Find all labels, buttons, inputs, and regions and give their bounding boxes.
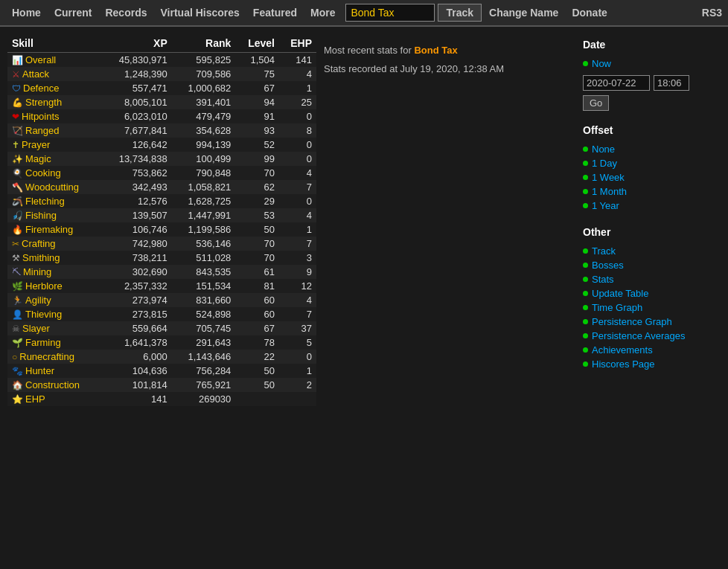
skill-name-cell[interactable]: 🐾Hunter [7, 364, 101, 378]
offset-dot [583, 189, 588, 194]
offset-link[interactable]: 1 Day [592, 158, 617, 169]
other-item: Achievements [583, 343, 721, 357]
skill-label: Cooking [25, 167, 61, 179]
skill-name-cell[interactable]: ☠Slayer [7, 321, 101, 335]
offset-link[interactable]: 1 Week [592, 172, 625, 183]
table-row: 🌿Herblore 2,357,332 151,534 81 12 [7, 279, 316, 293]
skill-name-cell[interactable]: ⭐EHP [7, 392, 101, 406]
skill-xp: 342,493 [101, 180, 171, 194]
other-item: Track [583, 244, 721, 258]
main-layout: Skill XP Rank Level EHP 📊Overall 45,830,… [0, 27, 728, 414]
skill-label: Crafting [22, 238, 56, 249]
nav-current[interactable]: Current [48, 4, 98, 22]
skill-name-cell[interactable]: 🪃Fletching [7, 194, 101, 208]
offset-item: 1 Day [583, 156, 721, 170]
skill-level: 70 [235, 166, 279, 180]
skill-level: 29 [235, 194, 279, 208]
skill-name-cell[interactable]: ❤Hitpoints [7, 109, 101, 123]
skill-name-cell[interactable]: ✝Prayer [7, 138, 101, 152]
skill-name-cell[interactable]: 🔥Firemaking [7, 222, 101, 237]
skill-name-cell[interactable]: 🏹Ranged [7, 123, 101, 138]
other-link[interactable]: Bosses [592, 260, 624, 271]
other-item: Bosses [583, 258, 721, 272]
skill-name-cell[interactable]: ⚒Smithing [7, 251, 101, 265]
skill-label: Hunter [25, 365, 54, 376]
skill-name-cell[interactable]: 🍳Cooking [7, 166, 101, 180]
nav-home[interactable]: Home [6, 4, 47, 22]
table-row: ❤Hitpoints 6,023,010 479,479 91 0 [7, 109, 316, 123]
offset-link[interactable]: None [592, 144, 615, 155]
track-button[interactable]: Track [438, 4, 482, 22]
skill-ehp: 3 [279, 251, 316, 265]
other-dot [583, 361, 588, 367]
skill-name-cell[interactable]: 🛡Defence [7, 81, 101, 95]
skill-name-cell[interactable]: ⚔Attack [7, 67, 101, 81]
skill-ehp: 0 [279, 138, 316, 152]
date-input[interactable] [583, 75, 650, 91]
other-link[interactable]: Persistence Averages [592, 330, 686, 341]
skill-icon: ☠ [12, 324, 20, 334]
skill-name-cell[interactable]: ○Runecrafting [7, 350, 101, 364]
stats-info: Most recent stats for Bond Tax Stats rec… [324, 42, 575, 78]
go-button[interactable]: Go [583, 95, 609, 111]
skill-name-cell[interactable]: 🎣Fishing [7, 208, 101, 222]
offset-link[interactable]: 1 Year [592, 200, 619, 211]
rs3-label: RS3 [702, 7, 722, 19]
skill-xp: 141 [101, 392, 171, 406]
nav-featured[interactable]: Featured [247, 4, 303, 22]
col-skill: Skill [7, 34, 101, 53]
skill-ehp: 4 [279, 166, 316, 180]
skill-name-cell[interactable]: ✨Magic [7, 152, 101, 166]
player-name: Bond Tax [414, 45, 457, 56]
skill-rank: 536,146 [172, 237, 236, 251]
other-item: Hiscores Page [583, 357, 721, 371]
skill-name-cell[interactable]: 🏠Construction [7, 378, 101, 392]
skill-name-cell[interactable]: 🪓Woodcutting [7, 180, 101, 194]
now-label[interactable]: Now [592, 58, 611, 69]
other-link[interactable]: Time Graph [592, 302, 642, 313]
search-input[interactable] [345, 4, 435, 22]
skill-rank: 765,921 [172, 378, 236, 392]
other-link[interactable]: Achievements [592, 344, 653, 356]
table-row: ⚔Attack 1,248,390 709,586 75 4 [7, 67, 316, 81]
skill-label: Slayer [22, 323, 50, 334]
time-input[interactable] [654, 75, 689, 91]
center-section: Most recent stats for Bond Tax Stats rec… [324, 34, 575, 406]
offset-item: 1 Year [583, 199, 721, 213]
skill-name-cell[interactable]: 👤Thieving [7, 307, 101, 321]
skill-name-cell[interactable]: 📊Overall [7, 53, 101, 68]
skill-name-cell[interactable]: 🌿Herblore [7, 279, 101, 293]
table-row: ○Runecrafting 6,000 1,143,646 22 0 [7, 350, 316, 364]
skill-name-cell[interactable]: ✂Crafting [7, 237, 101, 251]
other-link[interactable]: Stats [592, 274, 614, 285]
table-row: 🏃Agility 273,974 831,660 60 4 [7, 293, 316, 307]
skill-ehp: 12 [279, 279, 316, 293]
offset-dot [583, 203, 588, 208]
nav-donate[interactable]: Donate [566, 4, 613, 22]
skill-name-cell[interactable]: ⛏Mining [7, 265, 101, 279]
other-link[interactable]: Track [592, 245, 616, 257]
skill-name-cell[interactable]: 🏃Agility [7, 293, 101, 307]
table-row: 🐾Hunter 104,636 756,284 50 1 [7, 364, 316, 378]
skill-label: Farming [25, 337, 61, 348]
other-link[interactable]: Persistence Graph [592, 316, 672, 327]
skill-level: 91 [235, 109, 279, 123]
table-row: ⚒Smithing 738,211 511,028 70 3 [7, 251, 316, 265]
other-link[interactable]: Hiscores Page [592, 359, 655, 370]
skill-label: Agility [25, 295, 51, 306]
skill-icon: ✝ [12, 140, 19, 150]
skill-name-cell[interactable]: 🌱Farming [7, 335, 101, 350]
nav-records[interactable]: Records [99, 4, 153, 22]
nav-more[interactable]: More [304, 4, 341, 22]
nav-change-name[interactable]: Change Name [483, 4, 564, 22]
nav-virtual-hiscores[interactable]: Virtual Hiscores [155, 4, 246, 22]
skill-icon: 🪃 [12, 196, 23, 207]
skill-name-cell[interactable]: 💪Strength [7, 95, 101, 109]
skill-xp: 302,690 [101, 265, 171, 279]
offset-dot [583, 161, 588, 166]
skill-rank: 511,028 [172, 251, 236, 265]
offset-link[interactable]: 1 Month [592, 186, 627, 197]
table-row: 🛡Defence 557,471 1,000,682 67 1 [7, 81, 316, 95]
other-dot [583, 248, 588, 254]
other-link[interactable]: Update Table [592, 288, 648, 299]
